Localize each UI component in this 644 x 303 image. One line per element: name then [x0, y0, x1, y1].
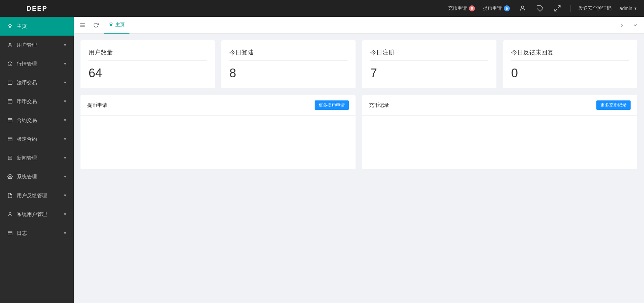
fullscreen-icon[interactable] [553, 4, 562, 13]
sidebar-item-user-mgmt[interactable]: 用户管理 ▼ [0, 36, 74, 54]
sidebar-item-home-inner: 主页 [7, 23, 27, 30]
tag-icon[interactable] [535, 4, 545, 13]
sidebar-item-feedback-inner: 用户反馈管理 [7, 192, 47, 199]
main-layout: 主页 用户管理 ▼ 行情管理 [0, 17, 644, 303]
chevron-icon-sysuser-mgmt: ▼ [63, 212, 67, 217]
chevron-icon-log: ▼ [63, 231, 67, 235]
withdraw-panel-header: 提币申请 更多提币申请 [80, 95, 356, 116]
gear-icon [7, 173, 13, 180]
charge-panel: 充币记录 更多充币记录 [362, 95, 637, 169]
chevron-icon-feedback-mgmt: ▼ [63, 193, 67, 198]
svg-rect-12 [8, 137, 12, 141]
header-actions: 充币申请 0 提币申请 5 [448, 4, 637, 13]
chevron-icon-market-mgmt: ▼ [63, 61, 67, 66]
fast-contract-icon [7, 136, 13, 142]
coin-icon [7, 98, 13, 105]
admin-label: admin [620, 6, 632, 11]
svg-rect-18 [8, 231, 12, 235]
header-divider [570, 5, 571, 12]
charge-panel-header: 充币记录 更多充币记录 [362, 95, 637, 116]
stat-card-today-feedback: 今日反馈未回复 0 [503, 40, 637, 88]
chevron-icon-news-mgmt: ▼ [63, 156, 67, 160]
fiat-icon [7, 79, 13, 86]
log-icon [7, 230, 13, 236]
sidebar-label-fast-contract: 极速合约 [17, 136, 37, 142]
svg-rect-10 [8, 119, 12, 122]
user-icon [7, 42, 13, 48]
stat-value-user-count: 64 [89, 66, 207, 80]
charge-more-btn[interactable]: 更多充币记录 [596, 100, 631, 110]
sidebar-item-contract-trade[interactable]: 合约交易 ▼ [0, 111, 74, 130]
tab-home-label: 主页 [115, 22, 125, 28]
chevron-icon-coin-trade: ▼ [63, 99, 67, 104]
stat-value-today-feedback: 0 [511, 66, 629, 80]
tab-nav-left-btn[interactable] [77, 20, 88, 31]
avatar-icon[interactable] [518, 4, 527, 13]
logo-text: DEEP [26, 5, 47, 12]
contract-icon [7, 117, 13, 124]
header-right: 充币申请 0 提币申请 5 [448, 4, 644, 13]
svg-rect-6 [8, 81, 12, 85]
chevron-icon-sys-mgmt: ▼ [63, 174, 67, 179]
admin-btn[interactable]: admin ▼ [620, 6, 637, 11]
tab-home[interactable]: 主页 [104, 17, 129, 34]
chevron-down-icon: ▼ [634, 6, 637, 10]
sidebar-item-fast-contract[interactable]: 极速合约 ▼ [0, 130, 74, 148]
sidebar-label-log: 日志 [17, 230, 27, 236]
page-content: 用户数量 64 今日登陆 8 今日注册 7 今日反馈未回复 0 [74, 34, 644, 303]
tab-more-btn[interactable] [630, 20, 641, 31]
withdraw-more-btn[interactable]: 更多提币申请 [315, 100, 349, 110]
sidebar-item-fiat-trade[interactable]: 法币交易 ▼ [0, 73, 74, 92]
stat-card-today-login: 今日登陆 8 [221, 40, 356, 88]
charge-panel-title: 充币记录 [369, 102, 389, 109]
withdraw-apply-label: 提币申请 [483, 5, 502, 11]
withdraw-panel: 提币申请 更多提币申请 [80, 95, 356, 169]
tab-nav-right-btn[interactable] [616, 20, 627, 31]
charge-apply-badge: 0 [469, 5, 475, 11]
sidebar-item-news-inner: 新闻管理 [7, 155, 37, 161]
stats-row: 用户数量 64 今日登陆 8 今日注册 7 今日反馈未回复 0 [80, 40, 637, 88]
charge-apply-btn[interactable]: 充币申请 0 [448, 5, 475, 11]
chevron-icon-user-mgmt: ▼ [63, 43, 67, 47]
news-icon [7, 155, 13, 161]
sidebar-item-coin-inner: 币币交易 [7, 98, 37, 105]
tab-bar-right [616, 20, 641, 31]
sidebar-item-home[interactable]: 主页 [0, 17, 74, 36]
send-code-label: 发送安全验证码 [579, 5, 611, 11]
send-code-btn[interactable]: 发送安全验证码 [579, 5, 611, 11]
withdraw-apply-btn[interactable]: 提币申请 5 [483, 5, 510, 11]
tab-bar: 主页 [74, 17, 644, 34]
sidebar-item-news-mgmt[interactable]: 新闻管理 ▼ [0, 148, 74, 167]
svg-line-2 [558, 6, 560, 8]
panels-row: 提币申请 更多提币申请 充币记录 更多充币记录 [80, 95, 637, 169]
tab-refresh-btn[interactable] [91, 20, 101, 31]
sidebar-item-feedback-mgmt[interactable]: 用户反馈管理 ▼ [0, 186, 74, 205]
charge-panel-body [362, 116, 637, 169]
logo: DEEP [0, 0, 74, 17]
stat-title-today-register: 今日注册 [370, 48, 488, 61]
sidebar-item-market-mgmt[interactable]: 行情管理 ▼ [0, 54, 74, 73]
sidebar-item-log-inner: 日志 [7, 230, 27, 236]
sysuser-icon [7, 211, 13, 218]
sidebar: 主页 用户管理 ▼ 行情管理 [0, 17, 74, 303]
sidebar-label-fiat-trade: 法币交易 [17, 80, 37, 86]
sidebar-item-market-inner: 行情管理 [7, 60, 37, 67]
sidebar-item-sysuser-inner: 系统用户管理 [7, 211, 47, 218]
sidebar-item-coin-trade[interactable]: 币币交易 ▼ [0, 92, 74, 111]
tab-bar-left: 主页 [77, 17, 616, 34]
feedback-icon [7, 192, 13, 199]
withdraw-apply-badge: 5 [504, 5, 510, 11]
stat-value-today-register: 7 [370, 66, 488, 80]
withdraw-panel-title: 提币申请 [87, 102, 107, 109]
sidebar-item-fast-inner: 极速合约 [7, 136, 37, 142]
chevron-icon-contract-trade: ▼ [63, 118, 67, 123]
sidebar-item-log[interactable]: 日志 ▼ [0, 224, 74, 243]
sidebar-label-user-mgmt: 用户管理 [17, 42, 37, 48]
sidebar-item-sys-mgmt[interactable]: 系统管理 ▼ [0, 167, 74, 186]
charge-apply-label: 充币申请 [448, 5, 467, 11]
content-area: 主页 用户数量 [74, 17, 644, 303]
chevron-icon-fiat-trade: ▼ [63, 80, 67, 85]
svg-line-3 [555, 9, 557, 11]
sidebar-label-contract-trade: 合约交易 [17, 117, 37, 124]
sidebar-item-sysuser-mgmt[interactable]: 系统用户管理 ▼ [0, 205, 74, 224]
